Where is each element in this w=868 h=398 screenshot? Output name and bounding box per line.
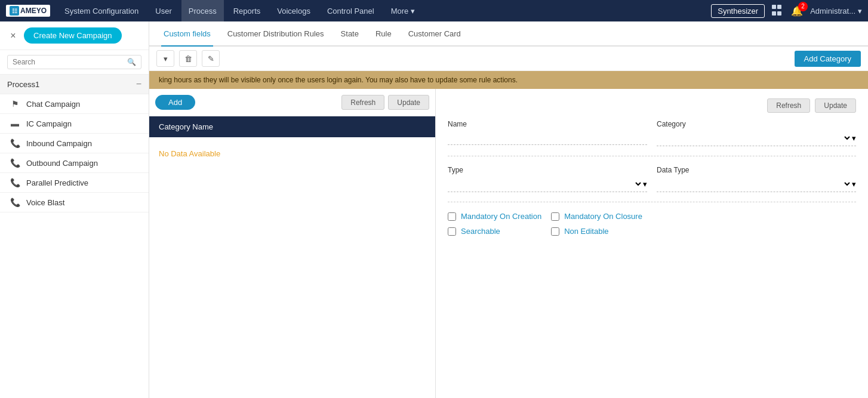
synthesizer-button[interactable]: Synthesizer <box>711 4 765 18</box>
logo-icon: ☷ <box>10 6 19 16</box>
monitor-icon: ▬ <box>10 119 20 128</box>
checkbox-mandatory-creation[interactable]: Mandatory On Creation <box>448 212 541 221</box>
nav-system-config[interactable]: System Configuration <box>57 0 146 21</box>
field-group-datatype: Data Type ▾ <box>657 166 856 192</box>
checkbox-mandatory-closure[interactable]: Mandatory On Closure <box>551 212 642 221</box>
sidebar-item-outbound-label: Outbound Campaign <box>26 159 98 168</box>
delete-icon: 🗑 <box>184 54 192 63</box>
add-category-button[interactable]: Add Category <box>795 51 861 67</box>
non-editable-checkbox[interactable] <box>551 227 559 236</box>
category-label: Category <box>657 120 856 128</box>
sidebar-header: × Create New Campaign <box>0 21 149 50</box>
sidebar-item-voiceblast[interactable]: 📞 Voice Blast <box>0 193 149 212</box>
refresh-button[interactable]: Refresh <box>767 98 810 113</box>
sidebar-item-ic[interactable]: ▬ IC Campaign <box>0 114 149 134</box>
divider-2 <box>448 202 856 202</box>
nav-voicelogs[interactable]: Voicelogs <box>270 0 318 21</box>
split-panel: Add Refresh Update Category Name No Data… <box>149 89 868 398</box>
field-group-type: Type ▾ <box>448 166 647 192</box>
phone-outbound-icon: 📞 <box>10 158 20 168</box>
mandatory-creation-label: Mandatory On Creation <box>461 212 541 221</box>
category-select[interactable] <box>657 133 852 143</box>
sidebar-item-parallel-label: Parallel Predictive <box>26 178 88 187</box>
nav-more[interactable]: More ▾ <box>384 0 423 21</box>
search-container: 🔍 <box>0 50 149 75</box>
type-chevron-icon: ▾ <box>643 180 647 189</box>
field-row-name-category: Name Category ▾ <box>448 120 856 146</box>
tab-state[interactable]: State <box>338 21 361 47</box>
type-select[interactable] <box>448 179 643 189</box>
tab-customer-card[interactable]: Customer Card <box>406 21 463 47</box>
checkbox-searchable[interactable]: Searchable <box>448 227 541 236</box>
toolbar-row: ▾ 🗑 ✎ Add Category <box>149 47 868 71</box>
category-add-row: Add Refresh Update <box>149 89 435 116</box>
checkbox-group-left: Mandatory On Creation Searchable <box>448 212 541 236</box>
tab-rule[interactable]: Rule <box>373 21 394 47</box>
data-type-chevron-icon: ▾ <box>852 180 856 189</box>
checkbox-group-right: Mandatory On Closure Non Editable <box>551 212 642 236</box>
mandatory-creation-checkbox[interactable] <box>448 212 456 221</box>
category-select-wrap: ▾ <box>657 131 856 146</box>
nav-user[interactable]: User <box>148 0 178 21</box>
sidebar-item-chat[interactable]: ⚑ Chat Campaign <box>0 94 149 114</box>
search-input[interactable] <box>13 58 127 66</box>
tab-custom-fields[interactable]: Custom fields <box>161 21 213 47</box>
process-label: Process1 <box>7 80 39 89</box>
delete-button[interactable]: 🗑 <box>179 50 197 67</box>
flag-icon: ⚑ <box>10 99 20 109</box>
main-layout: × Create New Campaign 🔍 Process1 − ⚑ Cha… <box>0 21 868 398</box>
top-nav: ☷ AMEYO System Configuration User Proces… <box>0 0 868 21</box>
name-input[interactable] <box>448 131 647 145</box>
mandatory-closure-checkbox[interactable] <box>551 212 559 221</box>
add-button[interactable]: Add <box>155 95 195 110</box>
grid-icon[interactable] <box>772 5 784 17</box>
nav-control-panel[interactable]: Control Panel <box>320 0 381 21</box>
admin-menu[interactable]: Administrat... ▾ <box>810 7 862 16</box>
more-chevron-icon: ▾ <box>411 7 415 16</box>
divider-1 <box>448 156 856 156</box>
update-button-left[interactable]: Update <box>388 95 429 110</box>
nav-reports[interactable]: Reports <box>226 0 268 21</box>
category-table-header: Category Name <box>149 116 435 137</box>
search-wrap: 🔍 <box>7 55 141 69</box>
sidebar: × Create New Campaign 🔍 Process1 − ⚑ Cha… <box>0 21 149 398</box>
notifications-bell[interactable]: 🔔 2 <box>791 5 803 17</box>
sidebar-item-inbound[interactable]: 📞 Inbound Campaign <box>0 134 149 153</box>
collapse-process-button[interactable]: − <box>136 79 141 89</box>
sidebar-item-parallel[interactable]: 📞 Parallel Predictive <box>0 173 149 193</box>
category-empty-message: No Data Available <box>149 137 435 170</box>
sidebar-item-inbound-label: Inbound Campaign <box>26 139 92 148</box>
close-sidebar-button[interactable]: × <box>7 30 19 42</box>
search-icon: 🔍 <box>127 58 136 66</box>
field-row-type-datatype: Type ▾ Data Type <box>448 166 856 192</box>
field-row-checkboxes: Mandatory On Creation Searchable Mandato… <box>448 212 856 236</box>
field-group-category: Category ▾ <box>657 120 856 146</box>
content-area: Custom fields Customer Distribution Rule… <box>149 21 868 398</box>
dropdown-button[interactable]: ▾ <box>156 50 174 67</box>
nav-process[interactable]: Process <box>181 0 224 21</box>
chevron-down-icon: ▾ <box>164 54 168 63</box>
sidebar-item-outbound[interactable]: 📞 Outbound Campaign <box>0 153 149 173</box>
field-actions: Refresh Update <box>448 98 856 113</box>
admin-chevron-icon: ▾ <box>858 7 862 16</box>
data-type-select-wrap: ▾ <box>657 177 856 192</box>
update-button[interactable]: Update <box>815 98 856 113</box>
type-select-wrap: ▾ <box>448 177 647 192</box>
create-campaign-button[interactable]: Create New Campaign <box>24 27 122 44</box>
mandatory-closure-label: Mandatory On Closure <box>564 212 642 221</box>
tab-distribution-rules[interactable]: Customer Distribution Rules <box>225 21 327 47</box>
data-type-select[interactable] <box>657 179 852 189</box>
sidebar-item-voiceblast-label: Voice Blast <box>26 198 64 207</box>
notification-badge: 2 <box>798 2 808 11</box>
warning-text: king hours as they will be visible only … <box>159 76 518 84</box>
refresh-button-left[interactable]: Refresh <box>341 95 384 110</box>
warning-banner: king hours as they will be visible only … <box>149 71 868 89</box>
searchable-checkbox[interactable] <box>448 227 456 236</box>
edit-button[interactable]: ✎ <box>202 50 220 67</box>
sidebar-item-chat-label: Chat Campaign <box>26 100 80 109</box>
sidebar-item-ic-label: IC Campaign <box>26 119 72 128</box>
checkbox-non-editable[interactable]: Non Editable <box>551 227 642 236</box>
phone-inbound-icon: 📞 <box>10 138 20 148</box>
field-group-name: Name <box>448 120 647 146</box>
searchable-label: Searchable <box>461 227 500 236</box>
